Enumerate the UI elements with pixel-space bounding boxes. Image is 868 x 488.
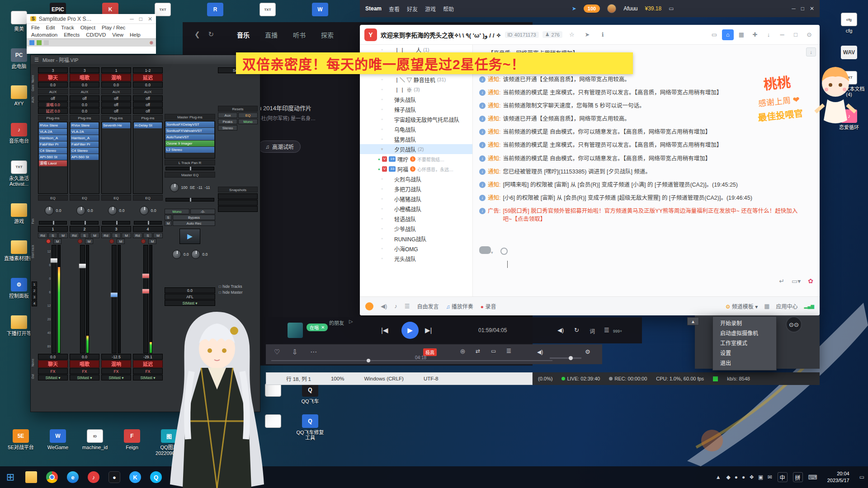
audio-settings-icon[interactable]: ☰ [405, 303, 410, 310]
emoji-icon[interactable] [500, 248, 508, 255]
maximize-button[interactable]: □ [790, 29, 802, 40]
mute-button[interactable]: M [58, 233, 68, 238]
minimize-button[interactable]: ─ [776, 29, 788, 40]
plugin-slot[interactable]: AutoTuneVST [165, 134, 214, 140]
mono-width-box[interactable]: -0- [190, 209, 215, 214]
aux-send[interactable]: off [133, 102, 163, 108]
toolbar-icon[interactable] [37, 40, 42, 45]
mute-button[interactable]: M [153, 233, 163, 238]
volume-icon[interactable]: ◀) [537, 349, 543, 355]
aux-send[interactable]: off [38, 95, 68, 101]
obs-menu-item[interactable]: 退出 [713, 358, 776, 368]
volume-fader[interactable] [52, 245, 57, 353]
solo-button[interactable]: S [112, 233, 121, 238]
mute-button[interactable]: M [90, 233, 99, 238]
desktop-icon[interactable]: 5E 5E对战平台 [5, 429, 37, 456]
power-icon[interactable]: ⊙ [803, 29, 815, 40]
eol-format[interactable]: Windows (CRLF) [364, 376, 404, 381]
username[interactable]: Afuuu [623, 5, 637, 12]
favorite-icon[interactable]: ☆ [566, 29, 578, 40]
close-button[interactable]: ✕ [148, 16, 152, 22]
menu-item[interactable]: Help [130, 32, 141, 38]
menu-games[interactable]: 游戏 [425, 5, 436, 13]
maximize-button[interactable]: □ [139, 16, 142, 22]
taskbar-app-icon[interactable]: ♪ [83, 466, 104, 488]
plane-icon[interactable]: ➤ [572, 5, 576, 12]
read-button[interactable]: Rd [133, 233, 142, 238]
start-track-number[interactable]: 3 [32, 294, 37, 300]
aux-send[interactable]: off [101, 95, 131, 101]
fx-slot[interactable]: FX [70, 368, 99, 374]
channel-name[interactable]: 混响 [101, 74, 131, 81]
bus-select[interactable]: 3 [70, 67, 99, 73]
playlist-icon[interactable]: ☰ [604, 327, 609, 333]
plugin-slot[interactable]: RVox Stere [71, 122, 99, 128]
desktop-icon[interactable]: TXT [251, 3, 284, 16]
menu-view[interactable]: 查看 [389, 5, 400, 13]
utility-button[interactable]: Stereo [218, 125, 237, 131]
samplitude-titlebar[interactable]: S Samplitude Pro X S… ─ □ ✕ [27, 14, 156, 24]
utility-button[interactable]: Peaks [218, 119, 237, 124]
plugin-slot[interactable]: VLA-2A [39, 129, 67, 135]
mic-icon[interactable]: ♪ [394, 303, 397, 310]
eq-knob[interactable] [108, 206, 117, 215]
read-button[interactable]: Rd [101, 233, 111, 238]
auto-rec-button[interactable]: Auto Rec [173, 221, 215, 226]
mixer-menu-icon[interactable]: ☰ [34, 57, 39, 63]
desktop-icon[interactable]: cfg cfg [833, 13, 865, 34]
plugin-slot[interactable]: 滚唱 Lavol [39, 160, 67, 166]
settings-gear-icon[interactable]: ⚙ [585, 348, 590, 355]
touch-keyboard-icon[interactable]: ⌨ [808, 474, 817, 481]
screenshot-icon[interactable]: ▭ [708, 29, 720, 40]
plugin-slot[interactable]: Seventh He [102, 122, 130, 128]
mixer-titlebar[interactable]: ☰ Mixer - 阿福.VIP ─ □ [31, 55, 260, 64]
home-icon[interactable]: ⌂ [722, 29, 734, 40]
mute-button[interactable]: M [165, 221, 172, 226]
channel-item[interactable]: ▾ 夕贝战队 (2) [360, 144, 472, 154]
bell-icon[interactable]: ◎ [460, 348, 465, 354]
clock[interactable]: 20:04 2023/5/17 [823, 470, 854, 484]
aux-send[interactable]: 滚唱 0.0 [38, 102, 68, 108]
toolbar-icon[interactable] [29, 40, 34, 45]
channel-name[interactable]: 唱歌 [70, 74, 99, 81]
scroll-to-bottom-button[interactable]: ↓ [806, 47, 816, 56]
solo-button[interactable]: S [143, 233, 153, 238]
menu-item[interactable]: View [112, 32, 123, 38]
menu-item[interactable]: Effects [64, 32, 80, 38]
tab-audiobook[interactable]: 听书 [293, 30, 306, 39]
rose-icon[interactable]: ✿ [808, 277, 813, 285]
info-icon[interactable]: ℹ [597, 29, 609, 40]
previous-track-button[interactable]: |◀ [381, 326, 388, 334]
plugin-slot[interactable]: FabFilter Pr [71, 141, 99, 147]
tray-icon[interactable]: ▣ [758, 474, 763, 480]
share-icon[interactable]: ➤ [581, 29, 593, 40]
smiley-avatar[interactable] [365, 302, 373, 310]
taskbar-app-icon[interactable] [21, 466, 42, 488]
read-button[interactable]: Rd [38, 233, 47, 238]
close-pane-icon[interactable]: ⊗ [150, 40, 153, 45]
utility-button[interactable]: Mono [238, 119, 258, 124]
plugin-slot[interactable]: L2 Stereo [165, 147, 214, 153]
monitor-button[interactable]: M [53, 239, 61, 244]
plugin-slot[interactable]: VLA-2A [71, 129, 99, 135]
plugin-slot[interactable]: SonitusFXVahvahVST [165, 128, 214, 134]
download-icon[interactable]: ⇩ [292, 348, 298, 356]
master-eq-knob[interactable] [170, 183, 179, 192]
snapshot-slot[interactable] [218, 200, 258, 206]
pan-slider[interactable] [134, 221, 162, 225]
menu-help[interactable]: 帮助 [443, 5, 454, 13]
channel-id-badge[interactable]: ID40171173 [505, 32, 539, 38]
aux-send[interactable]: 0.0 [70, 102, 99, 108]
audition-button[interactable]: ♫高潮试听 [259, 141, 301, 153]
pan-slider[interactable] [39, 221, 67, 225]
tab-live[interactable]: 直播 [265, 30, 278, 39]
eq-knob[interactable] [45, 206, 54, 215]
volume-fader[interactable] [80, 245, 85, 353]
play-button[interactable]: ▶ [179, 229, 200, 244]
loop-icon[interactable]: ↻ [574, 327, 579, 333]
yy-titlebar[interactable]: Y 欢迎来到李拓海的秃头之夜✧\ \ ٩( 'ω' )و / / ✧ ID401… [360, 25, 820, 45]
obs-menu-item[interactable]: 启动虚拟摄像机 [713, 328, 776, 338]
start-track-number[interactable]: 1 [32, 282, 37, 287]
channel-item[interactable]: ▫ 光头战队 [360, 253, 472, 263]
afl-button[interactable]: AFL [165, 294, 215, 300]
